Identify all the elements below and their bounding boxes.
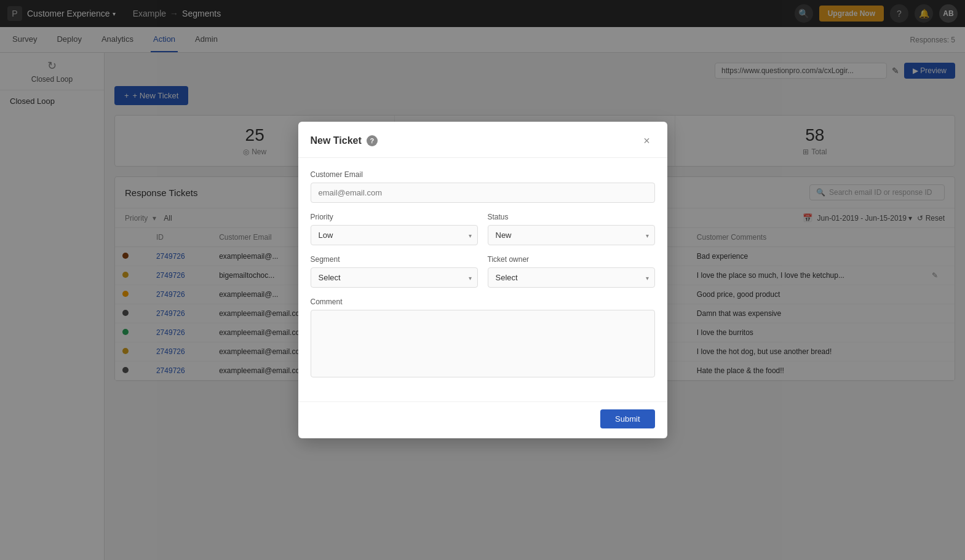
ticket-owner-select-wrapper: Select ▾ [488, 267, 655, 288]
status-select-wrapper: New Pending Resolved Escalated ▾ [488, 225, 655, 245]
modal-overlay[interactable]: New Ticket ? × Customer Email Priority L… [0, 0, 965, 560]
priority-group: Priority Low Medium High ▾ [311, 213, 478, 245]
status-select[interactable]: New Pending Resolved Escalated [488, 225, 655, 245]
modal-help-icon[interactable]: ? [367, 135, 378, 146]
submit-button[interactable]: Submit [600, 409, 654, 428]
ticket-owner-select[interactable]: Select [488, 267, 655, 288]
segment-label: Segment [311, 255, 478, 264]
priority-status-row: Priority Low Medium High ▾ Status [311, 213, 655, 245]
ticket-owner-label: Ticket owner [488, 255, 655, 264]
customer-email-label: Customer Email [311, 170, 655, 179]
modal-footer: Submit [298, 401, 667, 438]
comment-textarea[interactable] [311, 310, 655, 377]
new-ticket-modal: New Ticket ? × Customer Email Priority L… [298, 122, 667, 438]
priority-select[interactable]: Low Medium High [311, 225, 478, 245]
customer-email-input[interactable] [311, 183, 655, 203]
status-group: Status New Pending Resolved Escalated ▾ [488, 213, 655, 245]
modal-close-button[interactable]: × [639, 133, 655, 149]
modal-title: New Ticket ? [311, 135, 378, 146]
priority-select-wrapper: Low Medium High ▾ [311, 225, 478, 245]
segment-group: Segment Select ▾ [311, 255, 478, 288]
comment-label: Comment [311, 298, 655, 306]
ticket-owner-group: Ticket owner Select ▾ [488, 255, 655, 288]
status-label: Status [488, 213, 655, 221]
priority-label: Priority [311, 213, 478, 221]
modal-header: New Ticket ? × [298, 122, 667, 158]
segment-select-wrapper: Select ▾ [311, 267, 478, 288]
modal-body: Customer Email Priority Low Medium High … [298, 158, 667, 401]
comment-group: Comment [311, 298, 655, 379]
segment-owner-row: Segment Select ▾ Ticket owner Select [311, 255, 655, 288]
segment-select[interactable]: Select [311, 267, 478, 288]
customer-email-group: Customer Email [311, 170, 655, 203]
